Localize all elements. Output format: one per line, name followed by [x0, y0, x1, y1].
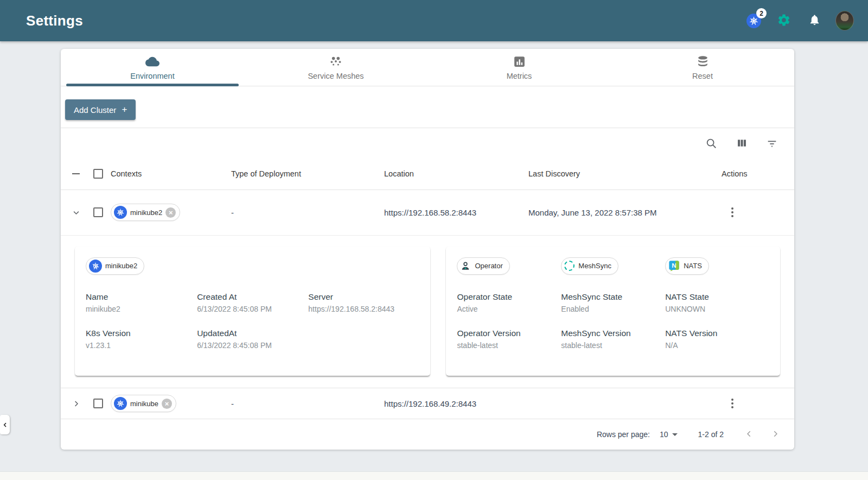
settings-card: Environment Service Meshes	[61, 49, 794, 450]
collapse-all-icon[interactable]	[66, 173, 86, 174]
context-chip-minikube[interactable]: minikube ×	[111, 395, 176, 412]
service-mesh-icon	[329, 54, 343, 68]
close-icon[interactable]: ×	[162, 399, 172, 409]
field-label: MeshSync Version	[561, 329, 665, 338]
row-checkbox[interactable]	[93, 399, 103, 408]
rows-per-page-select[interactable]: 10	[660, 430, 678, 439]
rows-per-page-value: 10	[660, 430, 668, 439]
tab-reset[interactable]: Reset	[611, 49, 794, 86]
field-value: 6/13/2022 8:45:08 PM	[197, 305, 308, 313]
tab-environment[interactable]: Environment	[61, 49, 244, 86]
field-value: Enabled	[561, 305, 665, 313]
operator-chip[interactable]: Operator	[457, 257, 509, 275]
column-header-discovery: Last Discovery	[528, 169, 722, 178]
tab-label: Metrics	[507, 72, 532, 80]
database-icon	[695, 54, 710, 68]
cell-type: -	[231, 208, 384, 217]
chevron-right-icon	[72, 400, 80, 408]
view-columns-button[interactable]	[735, 136, 749, 150]
table-toolbar	[61, 128, 794, 158]
table-row: minikube2 × - https://192.168.58.2:8443 …	[61, 190, 794, 236]
operator-icon	[460, 261, 471, 271]
column-header-type: Type of Deployment	[231, 169, 384, 178]
table-header-row: Contexts Type of Deployment Location Las…	[61, 158, 794, 190]
chip-label: minikube2	[105, 262, 137, 270]
column-header-contexts: Contexts	[111, 169, 231, 178]
row-actions-menu-button[interactable]	[728, 395, 737, 412]
kubernetes-contexts-button[interactable]: 2	[744, 11, 763, 30]
gear-icon	[777, 13, 791, 29]
tab-label: Environment	[130, 72, 174, 80]
bottom-strip	[0, 471, 868, 480]
chip-label: minikube2	[130, 209, 162, 217]
add-cluster-label: Add Cluster	[74, 105, 116, 115]
field-label: NATS Version	[665, 329, 769, 338]
kubernetes-icon	[114, 397, 127, 410]
action-row: Add Cluster +	[61, 86, 794, 128]
chip-label: Operator	[475, 262, 502, 270]
tab-metrics[interactable]: Metrics	[427, 49, 611, 86]
page-title: Settings	[26, 12, 83, 29]
chevron-down-icon	[72, 209, 80, 217]
kubernetes-icon	[114, 206, 127, 219]
sidebar-collapse-handle[interactable]	[0, 415, 10, 434]
field-label: UpdatedAt	[197, 329, 308, 338]
field-label: Name	[86, 292, 197, 302]
active-tab-underline	[66, 84, 239, 86]
chip-label: minikube	[130, 400, 158, 408]
field-value: https://192.168.58.2:8443	[308, 305, 419, 313]
field-value: minikube2	[86, 305, 197, 313]
search-button[interactable]	[704, 136, 718, 150]
chevron-left-icon	[745, 430, 753, 438]
chip-label: NATS	[684, 262, 702, 270]
field-value: stable-latest	[457, 341, 561, 350]
field-label: Operator Version	[457, 329, 561, 338]
chip-label: MeshSync	[578, 262, 611, 270]
kubernetes-icon	[89, 260, 102, 273]
tab-label: Service Meshes	[308, 72, 363, 80]
column-header-location: Location	[384, 169, 528, 178]
table-row: minikube × - https://192.168.49.2:8443	[61, 388, 794, 419]
add-cluster-button[interactable]: Add Cluster +	[65, 99, 136, 120]
previous-page-button[interactable]	[744, 429, 754, 440]
appbar-actions: 2	[744, 11, 854, 30]
pagination-range: 1-2 of 2	[698, 430, 724, 439]
filter-button[interactable]	[765, 136, 779, 150]
notifications-button[interactable]	[805, 11, 824, 30]
user-menu-button[interactable]	[835, 11, 854, 30]
cell-type: -	[231, 399, 384, 408]
field-label: Operator State	[457, 292, 561, 302]
filter-list-icon	[766, 137, 778, 149]
chevron-right-icon	[771, 430, 779, 438]
meshsync-icon	[564, 261, 575, 271]
tab-service-meshes[interactable]: Service Meshes	[244, 49, 427, 86]
cloud-icon	[145, 54, 159, 68]
nats-icon: N	[668, 260, 680, 271]
view-columns-icon	[736, 137, 748, 149]
component-chips: Operator MeshSync N	[457, 257, 769, 275]
chevron-left-icon	[3, 422, 8, 427]
context-chip-minikube2-detail[interactable]: minikube2	[86, 257, 144, 275]
cluster-info-card: minikube2 Nameminikube2 Created At6/13/2…	[75, 247, 430, 376]
field-label: MeshSync State	[561, 292, 665, 302]
row-actions-menu-button[interactable]	[728, 204, 737, 220]
meshsync-chip[interactable]: MeshSync	[561, 257, 618, 275]
avatar	[835, 11, 854, 30]
collapse-row-button[interactable]	[68, 204, 84, 220]
next-page-button[interactable]	[770, 429, 780, 440]
row-checkbox[interactable]	[93, 207, 103, 217]
select-all-checkbox[interactable]	[93, 169, 103, 179]
cell-location: https://192.168.58.2:8443	[384, 208, 528, 217]
close-icon[interactable]: ×	[165, 207, 176, 218]
search-icon	[705, 137, 717, 149]
expand-row-button[interactable]	[68, 395, 84, 412]
field-label: Created At	[197, 292, 308, 302]
settings-tabs: Environment Service Meshes	[61, 49, 794, 86]
cell-discovery: Monday, June 13, 2022 8:57:38 PM	[528, 208, 722, 217]
meshery-settings-gear-button[interactable]	[775, 11, 793, 30]
nats-chip[interactable]: N NATS	[665, 257, 709, 275]
context-chip-minikube2[interactable]: minikube2 ×	[111, 204, 180, 221]
svg-text:N: N	[672, 262, 676, 270]
field-value: UNKNOWN	[665, 305, 769, 313]
app-bar: Settings 2	[0, 0, 868, 41]
